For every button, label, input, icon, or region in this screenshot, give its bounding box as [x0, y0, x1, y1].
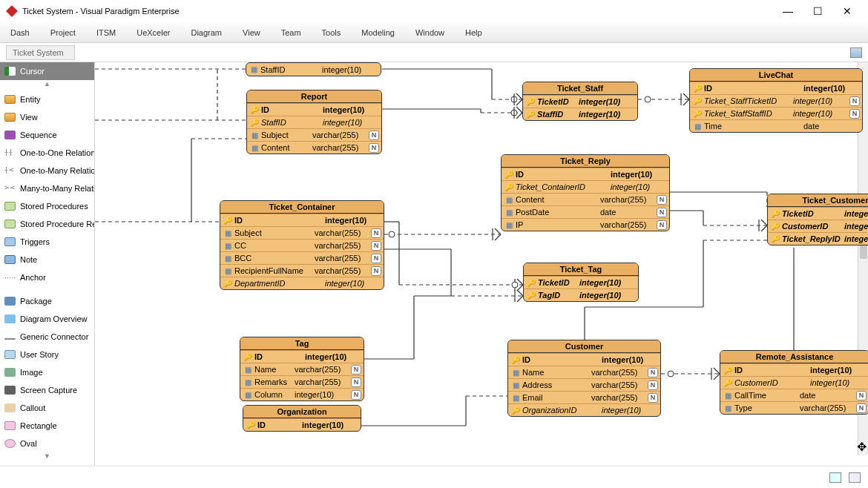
entity-column[interactable]: ▦IPvarchar(255)N	[502, 218, 669, 231]
entity-remote_assistance[interactable]: Remote_Assistance🔑IDinteger(10)🔑Customer…	[720, 350, 868, 415]
close-button[interactable]: ✕	[832, 0, 862, 22]
entity-column[interactable]: ▦Subjectvarchar(255)N	[220, 226, 384, 239]
entity-column[interactable]: 🔑TicketIDinteger(10)	[524, 276, 638, 288]
palette-screen-capture[interactable]: Screen Capture	[0, 381, 94, 399]
menu-view[interactable]: View	[243, 28, 260, 37]
palette-generic-connector[interactable]: Generic Connector	[0, 328, 94, 346]
palette-view[interactable]: View	[0, 108, 94, 126]
entity-column[interactable]: ▦StaffIDinteger(10)	[246, 63, 381, 76]
entity-column[interactable]: ▦Columninteger(10)N	[240, 388, 364, 400]
entity-column[interactable]: ▦Remarksvarchar(255)N	[240, 375, 364, 388]
entity-ticket_customer[interactable]: Ticket_Customer🔑TicketIDinteger(10)🔑Cust…	[767, 194, 868, 245]
breadcrumb-item[interactable]: Ticket System	[6, 45, 75, 60]
entity-column[interactable]: ▦Namevarchar(255)N	[240, 363, 364, 375]
palette-image[interactable]: Image	[0, 363, 94, 381]
entity-column[interactable]: ▦Timedate	[690, 119, 862, 132]
minimize-button[interactable]: —	[773, 0, 803, 22]
menu-tools[interactable]: Tools	[322, 28, 341, 37]
maximize-button[interactable]: ☐	[803, 0, 832, 22]
menu-window[interactable]: Window	[415, 28, 444, 37]
menu-itsm[interactable]: ITSM	[96, 28, 116, 37]
entity-column[interactable]: ▦Subjectvarchar(255)N	[247, 128, 381, 141]
palette-package[interactable]: Package	[0, 292, 94, 310]
entity-column[interactable]: 🔑Ticket_StaffTicketIDinteger(10)N	[690, 94, 862, 107]
menu-team[interactable]: Team	[281, 28, 301, 37]
entity-column[interactable]: ▦CallTimedateN	[720, 389, 868, 401]
pan-icon[interactable]: ✥	[857, 440, 867, 454]
entity-header: Organization	[243, 406, 361, 418]
entity-column[interactable]: ▦Namevarchar(255)N	[508, 366, 660, 378]
entity-column[interactable]: ▦CCvarchar(255)N	[220, 239, 384, 251]
status-icon[interactable]	[829, 472, 841, 483]
entity-column[interactable]: ▦Typevarchar(255)N	[720, 401, 868, 414]
entity-ticket_container[interactable]: Ticket_Container🔑IDinteger(10)▦Subjectva…	[220, 200, 384, 290]
entity-column[interactable]: 🔑OrganizationIDinteger(10)	[508, 403, 660, 416]
palette-entity[interactable]: Entity	[0, 90, 94, 108]
entity-column[interactable]: 🔑TagIDinteger(10)	[524, 288, 638, 301]
entity-column[interactable]: 🔑TicketIDinteger(10)	[523, 95, 637, 108]
menu-modeling[interactable]: Modeling	[361, 28, 395, 37]
menu-project[interactable]: Project	[50, 28, 76, 37]
entity-column[interactable]: 🔑DepartmentIDinteger(10)	[220, 277, 384, 289]
palette-anchor[interactable]: ·····Anchor	[0, 268, 94, 286]
column-type: integer(10)	[322, 65, 378, 74]
palette-one-to-many-relationship[interactable]: ·|· ·<One-to-Many Relationship	[0, 162, 94, 179]
palette-triggers[interactable]: Triggers	[0, 233, 94, 251]
entity-column[interactable]: ▦Emailvarchar(255)N	[508, 391, 660, 403]
entity-report[interactable]: Report🔑IDinteger(10)🔑StaffIDinteger(10)▦…	[246, 90, 382, 154]
entity-column[interactable]: 🔑IDinteger(10)	[690, 82, 862, 94]
column-name: Ticket_StaffTicketID	[703, 96, 793, 105]
entity-column[interactable]: 🔑IDinteger(10)	[502, 168, 669, 180]
entity-column[interactable]: 🔑Ticket_StaffStaffIDinteger(10)N	[690, 107, 862, 119]
entity-staff_frag[interactable]: ▦StaffIDinteger(10)	[246, 62, 381, 76]
palette-stored-procedure-resultset[interactable]: Stored Procedure Resultset	[0, 215, 94, 233]
entity-tag[interactable]: Tag🔑IDinteger(10)▦Namevarchar(255)N▦Rema…	[240, 337, 364, 401]
entity-organization[interactable]: Organization🔑IDinteger(10)	[243, 405, 361, 432]
entity-column[interactable]: 🔑CustomerIDinteger(10)	[720, 376, 868, 389]
menu-uexceler[interactable]: UeXceler	[137, 28, 170, 37]
entity-column[interactable]: ▦Addressvarchar(255)N	[508, 378, 660, 391]
palette-note[interactable]: Note	[0, 251, 94, 268]
entity-column[interactable]: 🔑IDinteger(10)	[508, 353, 660, 366]
entity-ticket_tag[interactable]: Ticket_Tag🔑TicketIDinteger(10)🔑TagIDinte…	[523, 263, 639, 302]
palette-oval[interactable]: Oval	[0, 435, 94, 452]
palette-sequence[interactable]: Sequence	[0, 126, 94, 144]
palette-cursor[interactable]: Cursor	[0, 62, 94, 80]
palette-one-to-one-relationship[interactable]: ·|· ·|·One-to-One Relationship	[0, 144, 94, 162]
entity-livechat[interactable]: LiveChat🔑IDinteger(10)🔑Ticket_StaffTicke…	[689, 68, 863, 133]
palette-rectangle[interactable]: Rectangle	[0, 417, 94, 435]
entity-column[interactable]: 🔑IDinteger(10)	[220, 214, 384, 226]
entity-ticket_staff[interactable]: Ticket_Staff🔑TicketIDinteger(10)🔑StaffID…	[522, 82, 638, 121]
entity-customer[interactable]: Customer🔑IDinteger(10)▦Namevarchar(255)N…	[507, 340, 661, 417]
entity-column[interactable]: 🔑StaffIDinteger(10)	[523, 108, 637, 120]
entity-column[interactable]: 🔑IDinteger(10)	[240, 350, 364, 363]
entity-column[interactable]: 🔑Ticket_ContainerIDinteger(10)	[502, 180, 669, 193]
entity-column[interactable]: 🔑Ticket_ReplyIDinteger(10)	[768, 232, 868, 245]
palette-user-story[interactable]: User Story	[0, 346, 94, 363]
diagram-canvas[interactable]: ✥ ▦StaffIDinteger(10)Report🔑IDinteger(10…	[95, 62, 868, 466]
toolbar-icon[interactable]	[850, 47, 862, 58]
entity-column[interactable]: ▦Contentvarchar(255)N	[247, 141, 381, 154]
menu-dash[interactable]: Dash	[10, 28, 30, 37]
entity-column[interactable]: 🔑IDinteger(10)	[720, 363, 868, 376]
palette-diagram-overview[interactable]: Diagram Overview	[0, 310, 94, 328]
entity-column[interactable]: ▦BCCvarchar(255)N	[220, 251, 384, 264]
column-type: integer(10)	[611, 182, 667, 191]
collapse-icon[interactable]: ▲	[0, 80, 94, 90]
entity-column[interactable]: ▦RecipientFullNamevarchar(255)N	[220, 264, 384, 277]
expand-icon[interactable]: ▼	[0, 452, 94, 463]
entity-column[interactable]: 🔑IDinteger(10)	[247, 103, 381, 116]
palette-many-to-many-relationship[interactable]: >· ·<Many-to-Many Relationship	[0, 179, 94, 197]
menu-diagram[interactable]: Diagram	[191, 28, 222, 37]
entity-column[interactable]: 🔑StaffIDinteger(10)	[247, 116, 381, 128]
entity-column[interactable]: 🔑IDinteger(10)	[243, 418, 361, 431]
status-icon[interactable]	[849, 472, 861, 483]
entity-column[interactable]: ▦PostDatedateN	[502, 205, 669, 218]
entity-column[interactable]: 🔑CustomerIDinteger(10)	[768, 220, 868, 232]
menu-help[interactable]: Help	[465, 28, 482, 37]
palette-stored-procedures[interactable]: Stored Procedures	[0, 197, 94, 215]
entity-ticket_reply[interactable]: Ticket_Reply🔑IDinteger(10)🔑Ticket_Contai…	[501, 154, 670, 231]
entity-column[interactable]: 🔑TicketIDinteger(10)	[768, 207, 868, 220]
entity-column[interactable]: ▦Contentvarchar(255)N	[502, 193, 669, 205]
palette-callout[interactable]: Callout	[0, 399, 94, 417]
